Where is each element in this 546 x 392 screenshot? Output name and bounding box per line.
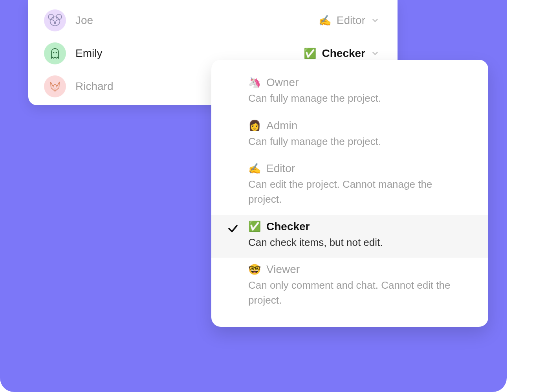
role-dropdown: 🦄 Owner Can fully manage the project. 👩 …: [211, 60, 488, 327]
chevron-down-icon: [371, 49, 379, 58]
avatar: [44, 9, 66, 31]
role-option-viewer[interactable]: 🤓 Viewer Can only comment and chat. Cann…: [211, 258, 488, 315]
svg-point-8: [53, 86, 54, 88]
check-icon: [227, 223, 239, 234]
avatar: [44, 75, 66, 97]
svg-point-7: [56, 52, 57, 53]
writing-hand-icon: ✍️: [248, 163, 261, 175]
option-label: Owner: [266, 76, 299, 89]
chevron-down-icon: [371, 16, 379, 25]
option-description: Can fully manage the project.: [248, 134, 468, 149]
fox-icon: [48, 79, 62, 93]
writing-hand-icon: ✍️: [319, 15, 331, 27]
role-option-admin[interactable]: 👩 Admin Can fully manage the project.: [211, 114, 488, 157]
member-name: Emily: [75, 47, 102, 60]
koala-icon: [48, 13, 62, 27]
nerd-face-icon: 🤓: [248, 264, 261, 276]
role-selector[interactable]: ✍️ Editor: [319, 14, 379, 27]
svg-point-9: [56, 86, 57, 88]
member-name: Joe: [75, 14, 93, 27]
option-description: Can fully manage the project.: [248, 91, 468, 106]
option-description: Can edit the project. Cannot manage the …: [248, 177, 468, 207]
member-left: Joe: [44, 9, 93, 31]
option-label: Editor: [266, 162, 295, 175]
role-label: Editor: [337, 14, 365, 27]
svg-point-3: [53, 20, 54, 21]
role-option-owner[interactable]: 🦄 Owner Can fully manage the project.: [211, 71, 488, 114]
checkmark-box-icon: ✅: [248, 220, 261, 233]
option-description: Can check items, but not edit.: [248, 235, 468, 250]
option-label: Checker: [266, 220, 310, 233]
woman-icon: 👩: [248, 119, 261, 132]
option-label: Admin: [266, 119, 297, 132]
option-label: Viewer: [266, 263, 300, 276]
svg-point-5: [54, 21, 56, 24]
svg-point-6: [53, 52, 54, 53]
member-row: Joe ✍️ Editor: [28, 4, 398, 37]
app-canvas: Joe ✍️ Editor Emily: [0, 0, 507, 392]
svg-point-10: [55, 88, 56, 90]
option-description: Can only comment and chat. Cannot edit t…: [248, 278, 468, 308]
role-option-checker[interactable]: ✅ Checker Can check items, but not edit.: [211, 215, 488, 258]
ghost-icon: [48, 46, 62, 60]
member-left: Emily: [44, 42, 102, 64]
role-label: Checker: [322, 47, 365, 60]
svg-point-4: [56, 20, 57, 21]
member-left: Richard: [44, 75, 113, 97]
checkmark-box-icon: ✅: [304, 48, 316, 60]
role-selector[interactable]: ✅ Checker: [304, 47, 379, 60]
unicorn-icon: 🦄: [248, 77, 261, 89]
member-name: Richard: [75, 80, 113, 93]
avatar: [44, 42, 66, 64]
role-option-editor[interactable]: ✍️ Editor Can edit the project. Cannot m…: [211, 157, 488, 214]
